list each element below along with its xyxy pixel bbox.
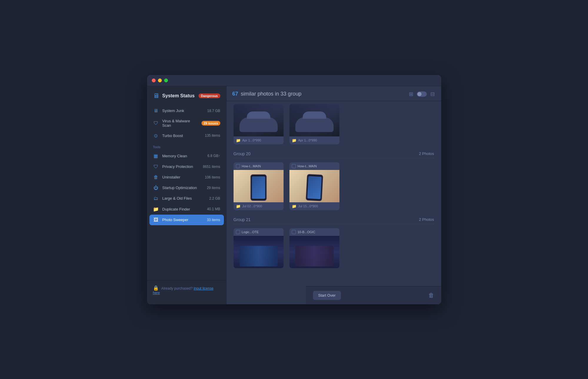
turbo-boost-label: Turbo Boost [162,133,201,138]
turbo-boost-value: 135 items [205,133,220,138]
dangerous-badge: Dangerous [199,94,220,98]
photo-count: 67 [232,91,238,97]
footer-text: Already purchased? [161,286,193,290]
photo-card-dark-2: 10-B...OGIC [289,228,339,268]
photo-card-phone-1: How-t...MAIN 📁 Jul 02...0*900 [234,162,284,210]
group-20-count: 2 Photos [419,151,434,156]
virus-malware-label: Virus & Malware Scan [162,119,198,128]
panel-title-text: similar photos in 33 group [241,91,302,97]
photo-footer-1: 📁 Apr 1...0*990 [234,136,284,144]
sidebar-item-large-old-files[interactable]: 🗂 Large & Old Files 2.2 GB [147,193,226,204]
main-panel: 67 similar photos in 33 group ⊞ ⊟ [226,86,441,304]
system-junk-value: 18.7 GB [207,109,220,113]
large-old-files-label: Large & Old Files [162,196,206,201]
sidebar-item-virus-malware[interactable]: 🛡 Virus & Malware Scan 29 issues [147,116,226,130]
system-junk-icon: 🖥 [153,108,159,113]
photo-meta-1: Apr 1...0*990 [242,138,261,142]
sidebar-header: 🖥 System Status Dangerous [147,91,226,106]
photo-checkbox[interactable] [292,230,296,234]
sidebar-footer: 🔒 Already purchased? Input license here [147,280,226,300]
sidebar-item-duplicate-finder[interactable]: 📁 Duplicate Finder 40.1 MB [147,204,226,215]
large-old-files-icon: 🗂 [153,196,159,201]
maximize-button[interactable] [164,79,168,82]
startup-optimization-label: Startup Optimization [162,186,204,190]
group-21-header: Group 21 2 Photos [234,217,434,224]
start-over-button[interactable]: Start Over [313,291,341,300]
photo-checkbox[interactable] [236,230,240,234]
photo-footer-phone-2: 📁 Jul 15...0*900 [289,202,339,210]
group-20-header: Group 20 2 Photos [234,151,434,158]
sidebar-item-photo-sweeper[interactable]: 🖼 Photo Sweeper 33 items [149,215,224,225]
photo-filename: How-t...MAIN [242,164,261,168]
virus-issue-badge: 29 issues [201,121,220,126]
privacy-protection-label: Privacy Protection [162,164,199,169]
privacy-protection-icon: 🛡 [153,164,159,169]
photo-card-header: Logic...OTE [234,228,284,236]
photo-filename: How-t...MAIN [298,164,317,168]
photo-card-phone-2: How-t...MAIN 📁 Jul 15...0*900 [289,162,339,210]
photo-sweeper-label: Photo Sweeper [162,218,204,222]
uninstaller-value: 106 items [205,175,220,179]
photo-filename: Logic...OTE [242,230,259,234]
photo-thumbnail-car-1 [234,104,284,136]
group-20-name: Group 20 [234,151,251,156]
photo-checkbox[interactable] [292,164,296,168]
sidebar-item-turbo-boost[interactable]: ⊙ Turbo Boost 135 items [147,130,226,141]
photo-thumbnail-phone-1 [234,170,284,202]
sidebar-item-memory-clean[interactable]: ▦ Memory Clean 6.8 GB↑ [147,151,226,161]
scroll-area[interactable]: 📁 Apr 1...0*990 📁 [226,101,441,304]
lock-icon: 🔒 [153,285,159,290]
startup-optimization-icon: ⏻ [153,185,159,191]
photo-card-header: 10-B...OGIC [289,228,339,236]
group-20-grid: How-t...MAIN 📁 Jul 02...0*900 [234,162,434,210]
toggle-switch[interactable] [417,91,427,97]
list-view-button[interactable]: ⊟ [430,90,435,98]
photo-group-partial: 📁 Apr 1...0*990 📁 [226,104,441,147]
folder-icon: 📁 [292,204,297,208]
group-21-grid: Logic...OTE 10-B...OGIC [234,228,434,268]
memory-clean-icon: ▦ [153,153,159,159]
sidebar-item-startup-optimization[interactable]: ⏻ Startup Optimization 29 items [147,183,226,193]
photo-meta-2: Apr 1...0*990 [298,138,317,142]
trash-icon[interactable]: 🗑 [428,292,434,299]
photo-thumbnail-phone-2 [289,170,339,202]
photo-thumbnail-dark-2 [289,236,339,268]
main-window: 🖥 System Status Dangerous 🖥 System Junk … [147,75,441,304]
photo-checkbox[interactable] [236,164,240,168]
photo-sweeper-value: 33 items [207,218,220,222]
photo-card-header: How-t...MAIN [234,162,284,170]
group-21-count: 2 Photos [419,217,434,222]
sidebar-item-system-junk[interactable]: 🖥 System Junk 18.7 GB [147,106,226,116]
grid-view-button[interactable]: ⊞ [408,90,414,98]
sidebar: 🖥 System Status Dangerous 🖥 System Junk … [147,86,226,304]
large-old-files-value: 2.2 GB [209,196,220,201]
panel-header: 67 similar photos in 33 group ⊞ ⊟ [226,86,441,101]
memory-clean-value: 6.8 GB↑ [207,154,220,158]
startup-optimization-value: 29 items [207,186,220,190]
panel-controls: ⊞ ⊟ [408,90,435,98]
duplicate-finder-icon: 📁 [153,206,159,212]
main-content: 🖥 System Status Dangerous 🖥 System Junk … [147,86,441,304]
folder-icon: 📁 [292,138,297,143]
photo-meta-phone-1: Jul 02...0*900 [242,204,262,208]
bottom-bar: Start Over 🗑 [306,286,441,304]
group-21-name: Group 21 [234,217,251,222]
turbo-boost-icon: ⊙ [153,133,159,138]
photo-filename: 10-B...OGIC [298,230,316,234]
folder-icon: 📁 [236,204,241,208]
memory-clean-label: Memory Clean [162,154,204,158]
photo-sweeper-icon: 🖼 [153,217,159,223]
photo-group-20: Group 20 2 Photos How-t...MAIN [226,147,441,213]
sidebar-item-uninstaller[interactable]: 🗑 Uninstaller 106 items [147,172,226,183]
minimize-button[interactable] [158,79,162,82]
photo-grid-partial: 📁 Apr 1...0*990 📁 [234,104,434,144]
photo-card: 📁 Apr 1...0*990 [289,104,339,144]
photo-group-21: Group 21 2 Photos Logic...OTE [226,213,441,271]
photo-card: 📁 Apr 1...0*990 [234,104,284,144]
sidebar-item-privacy-protection[interactable]: 🛡 Privacy Protection 8651 items [147,161,226,172]
duplicate-finder-label: Duplicate Finder [162,207,204,211]
privacy-protection-value: 8651 items [203,165,220,169]
panel-title: 67 similar photos in 33 group [232,91,302,97]
close-button[interactable] [152,79,156,82]
photo-thumbnail-car-2 [289,104,339,136]
